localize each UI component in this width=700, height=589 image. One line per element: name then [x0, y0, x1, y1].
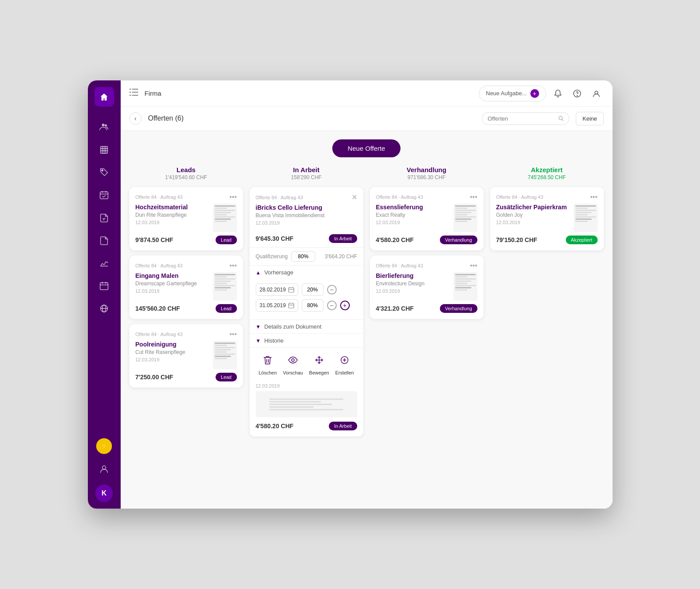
card-menu-dots[interactable]: •••: [230, 330, 237, 338]
card-company: Exact Realty: [376, 212, 449, 218]
card-menu-dots[interactable]: •••: [470, 193, 477, 201]
kanban-columns: Leads 1'419'540.60 CHF Offerte 84 · Auft…: [129, 166, 604, 442]
qualifizierung-input[interactable]: [291, 251, 315, 262]
card-amount: 9'874.50 CHF: [136, 236, 174, 243]
card-date: 12.03.2019: [136, 220, 209, 225]
card-badge[interactable]: Lead: [216, 304, 237, 313]
card-menu-dots[interactable]: •••: [230, 193, 237, 201]
sidebar-user-avatar[interactable]: K: [95, 485, 113, 502]
card-info: Hochzeitsmaterial Dun Rite Rasenpflege 1…: [136, 204, 209, 232]
svg-point-45: [292, 359, 294, 361]
card-footer: 4'321.20 CHF Verhandlung: [376, 304, 477, 313]
sidebar-icon-file[interactable]: [95, 232, 113, 249]
pct-input-1[interactable]: [302, 284, 324, 296]
card-body: Eingang Malen Dreamscape Gartenpflege 12…: [136, 272, 237, 301]
sidebar-icon-tag[interactable]: [95, 163, 113, 181]
sidebar-icon-calendar[interactable]: [95, 277, 113, 294]
card-info: Poolreinigung Cut Rite Rasenpflege 12.03…: [136, 341, 209, 369]
action-erstellen[interactable]: Erstellen: [335, 352, 354, 375]
action-bewegen[interactable]: Bewegen: [309, 352, 329, 375]
sidebar-icon-building[interactable]: [95, 141, 113, 158]
svg-rect-9: [100, 192, 108, 199]
vorhersage-section-header[interactable]: ▲ Vorhersage: [250, 265, 363, 279]
neue-offerte-button[interactable]: Neue Offerte: [332, 139, 400, 157]
remove-row-2-button[interactable]: −: [327, 301, 337, 310]
calendar-icon: [288, 302, 294, 308]
card-menu-dots[interactable]: •••: [470, 262, 477, 270]
card-badge[interactable]: Verhandlung: [440, 304, 477, 313]
search-input[interactable]: [488, 115, 555, 122]
action-vorschau[interactable]: Vorschau: [283, 352, 303, 375]
card-title-row: iBricks Cello Lieferung Buena Vista Immo…: [256, 204, 357, 230]
svg-line-34: [562, 119, 563, 121]
sidebar-icon-user-profile[interactable]: [95, 460, 113, 478]
sidebar-icon-globe[interactable]: [95, 300, 113, 317]
card-badge[interactable]: Lead: [216, 236, 237, 244]
back-button[interactable]: ‹: [129, 112, 142, 125]
svg-rect-16: [100, 283, 108, 290]
topbar: Firma Neue Aufgabe... +: [121, 80, 613, 107]
card-info: Eingang Malen Dreamscape Gartenpflege 12…: [136, 272, 209, 301]
card-amount: 79'150.20 CHF: [496, 236, 537, 243]
chevron-up-icon: ▲: [256, 270, 261, 276]
date-input-2[interactable]: 31.05.2019: [256, 299, 298, 312]
card-badge[interactable]: Akzeptiert: [566, 236, 598, 244]
card-company: Dreamscape Gartenpflege: [136, 281, 209, 287]
sidebar-icon-file-edit[interactable]: [95, 209, 113, 226]
user-button[interactable]: [589, 86, 604, 101]
bell-button[interactable]: [550, 86, 565, 101]
card-title: Zusätzlicher Papierkram: [496, 204, 569, 211]
help-button[interactable]: [570, 86, 585, 101]
neue-offerte-bar: Neue Offerte: [129, 139, 604, 157]
card-badge[interactable]: In Arbeit: [329, 234, 357, 243]
card-company: Cut Rite Rasenpflege: [136, 349, 209, 355]
card-badge[interactable]: Lead: [216, 373, 237, 381]
qualifizierung-label: Qualifizierung: [256, 253, 288, 260]
sidebar-icon-calendar-check[interactable]: [95, 186, 113, 204]
eye-icon: [285, 352, 301, 368]
sidebar-icon-users[interactable]: [95, 118, 113, 135]
filter-keine-button[interactable]: Keine: [576, 112, 603, 125]
remove-row-1-button[interactable]: −: [327, 285, 337, 294]
historie-section-header[interactable]: ▼ Historie: [250, 333, 363, 347]
svg-point-31: [577, 95, 577, 96]
action-loschen[interactable]: Löschen: [258, 352, 277, 375]
svg-rect-27: [132, 89, 138, 90]
kanban-wrapper: Neue Offerte Leads 1'419'540.60 CHF Offe…: [121, 131, 613, 509]
new-task-button[interactable]: Neue Aufgabe... +: [479, 86, 546, 101]
col-header-in-arbeit: In Arbeit 158'290 CHF: [250, 166, 363, 180]
trash-icon: [260, 352, 275, 368]
card-meta: Offerte 84 · Auftrag 43 •••: [136, 262, 237, 270]
card-ibricks-expanded: Offerte 84 · Auftrag 43 ✕ iBricks Cello …: [250, 187, 363, 437]
svg-rect-28: [132, 92, 138, 93]
card-amount: 4'580.20 CHF: [256, 423, 294, 430]
card-badge[interactable]: Verhandlung: [440, 236, 477, 244]
column-verhandlung: Verhandlung 971'686.30 CHF Offerte 84 · …: [370, 166, 484, 324]
card-thumbnail: [213, 341, 237, 369]
card-body: Essenslieferung Exact Realty 12.03.2019: [376, 204, 477, 232]
svg-point-8: [102, 170, 103, 171]
card-badge[interactable]: In Arbeit: [329, 422, 357, 430]
column-in-arbeit: In Arbeit 158'290 CHF Offerte 84 · Auftr…: [250, 166, 363, 442]
col-title-verhandlung: Verhandlung: [370, 166, 484, 173]
card-meta: Offerte 84 · Auftrag 43 •••: [376, 262, 477, 270]
date-input-1[interactable]: 28.02.2019: [256, 284, 298, 296]
card-menu-dots[interactable]: •••: [590, 193, 598, 201]
card-footer: 79'150.20 CHF Akzeptiert: [496, 236, 598, 244]
card-close-button[interactable]: ✕: [352, 193, 357, 201]
card-info: Essenslieferung Exact Realty 12.03.2019: [376, 204, 449, 232]
card-amount: 145'560.20 CHF: [136, 305, 180, 312]
card-menu-dots[interactable]: •••: [230, 262, 237, 270]
card-thumbnail: [574, 204, 598, 232]
menu-bars-icon[interactable]: [129, 89, 138, 98]
details-section-header[interactable]: ▼ Details zum Dokument: [250, 319, 363, 333]
sidebar-icon-chart[interactable]: [95, 254, 113, 272]
action-row: Löschen Vorschau: [250, 347, 363, 380]
pct-input-2[interactable]: [302, 299, 324, 312]
card-bottom-preview: 12.03.2019: [250, 380, 363, 437]
card-body: Zusätzlicher Papierkram Golden Joy 12.03…: [496, 204, 598, 232]
sidebar-home-button[interactable]: [94, 87, 114, 107]
sidebar-icon-notification[interactable]: ⚡: [95, 437, 113, 455]
card-essenslieferung: Offerte 84 · Auftrag 43 ••• Essensliefer…: [370, 187, 484, 250]
add-row-button[interactable]: +: [340, 301, 350, 310]
